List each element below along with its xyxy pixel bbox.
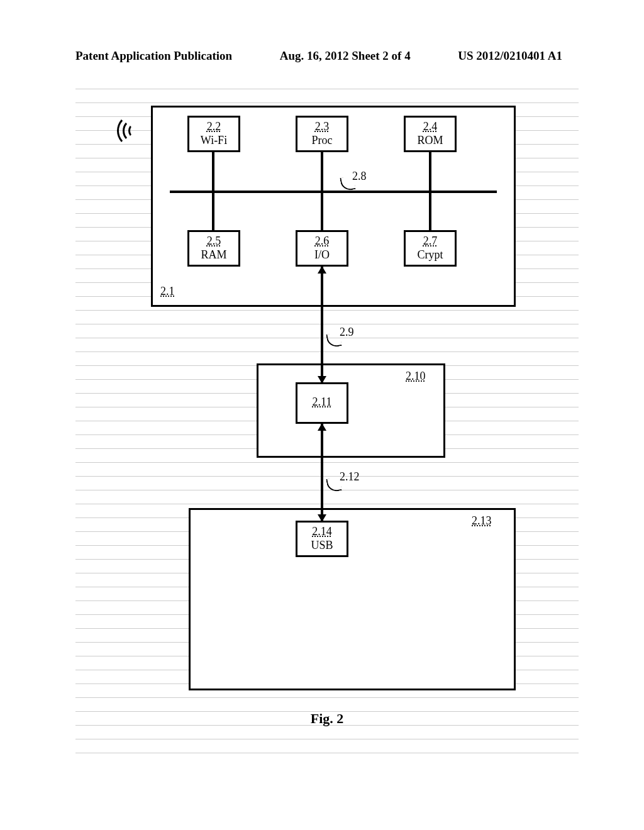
ref-text: 2.11 [297, 396, 347, 409]
ref-text: 2.13 [472, 514, 492, 528]
ref-text: 2.14 [297, 525, 347, 538]
host-ref: 2.13 [472, 514, 492, 528]
link2-ref: 2.12 [340, 470, 360, 484]
block-label: Wi-Fi [189, 134, 238, 147]
bus-stub [321, 152, 323, 192]
ref-text: 2.6 [297, 235, 347, 248]
bus-stub [212, 152, 214, 192]
io-block: 2.6 I/O [296, 230, 348, 267]
ref-text: 2.2 [189, 120, 238, 133]
processor-block: 2.3 Proc [296, 116, 348, 152]
wifi-icon [117, 115, 146, 147]
ref-text: 2.10 [406, 370, 426, 383]
arrow-down-icon [318, 376, 326, 384]
bus-line [170, 191, 497, 193]
block-label: Crypt [406, 248, 455, 262]
bus-stub [212, 192, 214, 231]
header-center: Aug. 16, 2012 Sheet 2 of 4 [280, 49, 411, 63]
block-label: Proc [297, 134, 347, 147]
wifi-block: 2.2 Wi-Fi [187, 116, 240, 152]
bus-stub [429, 192, 431, 231]
figure-area: 2.1 2.2 Wi-Fi 2.3 Proc [75, 75, 579, 755]
usb-block: 2.14 USB [296, 521, 348, 557]
ref-text: 2.4 [406, 120, 455, 133]
adapter-ref: 2.10 [406, 370, 426, 383]
page: Patent Application Publication Aug. 16, … [0, 0, 644, 830]
block-diagram: 2.1 2.2 Wi-Fi 2.3 Proc [151, 106, 516, 672]
block-label: RAM [189, 248, 238, 262]
adapter-inner-block: 2.11 [296, 382, 348, 424]
link1-ref: 2.9 [340, 326, 354, 339]
link-line [321, 424, 323, 521]
rom-block: 2.4 ROM [404, 116, 457, 152]
block-label: I/O [297, 248, 347, 262]
ref-text: 2.1 [160, 285, 175, 298]
crypt-block: 2.7 Crypt [404, 230, 457, 267]
host-block [189, 508, 516, 690]
bus-stub [321, 192, 323, 231]
bus-stub [429, 152, 431, 192]
arrow-down-icon [318, 514, 326, 522]
ram-block: 2.5 RAM [187, 230, 240, 267]
header-right: US 2012/0210401 A1 [458, 49, 569, 63]
ref-text: 2.7 [406, 235, 455, 248]
header-left: Patent Application Publication [75, 49, 232, 63]
figure-caption: Fig. 2 [75, 711, 579, 727]
bus-ref: 2.8 [352, 170, 367, 183]
page-header: Patent Application Publication Aug. 16, … [0, 49, 644, 63]
block-label: USB [297, 539, 347, 552]
ref-text: 2.3 [297, 120, 347, 133]
block-label: ROM [406, 134, 455, 147]
arrow-up-icon [318, 423, 326, 431]
arrow-up-icon [318, 266, 326, 274]
device-ref: 2.1 [160, 285, 175, 298]
link-line [321, 267, 323, 383]
ref-text: 2.5 [189, 235, 238, 248]
